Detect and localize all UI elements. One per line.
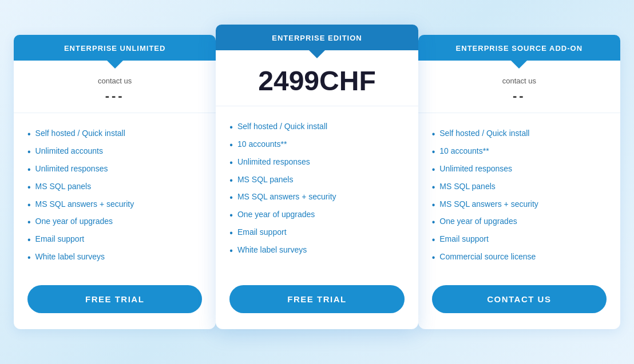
feature-item-enterprise-edition-5: One year of upgrades bbox=[229, 207, 404, 225]
feature-item-enterprise-edition-6: Email support bbox=[229, 225, 404, 242]
feature-item-enterprise-edition-0: Self hosted / Quick install bbox=[229, 119, 404, 137]
feature-item-enterprise-unlimited-0: Self hosted / Quick install bbox=[27, 126, 202, 143]
price-area-enterprise-edition: 2499CHF bbox=[216, 50, 418, 106]
header-enterprise-unlimited: ENTERPRISE UNLIMITED bbox=[14, 35, 216, 61]
feature-item-enterprise-edition-7: White label surveys bbox=[229, 242, 404, 260]
feature-item-enterprise-source-addon-2: Unlimited responses bbox=[432, 161, 607, 179]
feature-item-enterprise-edition-4: MS SQL answers + security bbox=[229, 189, 404, 207]
card-enterprise-edition: ENTERPRISE EDITION2499CHFSelf hosted / Q… bbox=[216, 25, 418, 329]
feature-item-enterprise-source-addon-1: 10 accounts** bbox=[432, 143, 607, 161]
feature-item-enterprise-unlimited-7: White label surveys bbox=[27, 249, 202, 267]
header-enterprise-edition: ENTERPRISE EDITION bbox=[216, 25, 418, 50]
cta-button-enterprise-edition[interactable]: FREE TRIAL bbox=[229, 285, 404, 313]
price-dashes-enterprise-source-addon: -- bbox=[432, 89, 607, 103]
card-enterprise-source-addon: ENTERPRISE SOURCE ADD-ONcontact us--Self… bbox=[418, 35, 620, 329]
feature-item-enterprise-unlimited-3: MS SQL panels bbox=[27, 179, 202, 197]
card-enterprise-unlimited: ENTERPRISE UNLIMITEDcontact us---Self ho… bbox=[14, 35, 216, 329]
feature-item-enterprise-source-addon-4: MS SQL answers + security bbox=[432, 197, 607, 214]
cta-button-enterprise-unlimited[interactable]: FREE TRIAL bbox=[27, 285, 202, 313]
feature-item-enterprise-edition-3: MS SQL panels bbox=[229, 172, 404, 190]
feature-item-enterprise-source-addon-6: Email support bbox=[432, 231, 607, 249]
feature-item-enterprise-source-addon-0: Self hosted / Quick install bbox=[432, 126, 607, 143]
pricing-container: ENTERPRISE UNLIMITEDcontact us---Self ho… bbox=[14, 35, 620, 329]
feature-item-enterprise-edition-2: Unlimited responses bbox=[229, 154, 404, 172]
cta-button-enterprise-source-addon[interactable]: CONTACT US bbox=[432, 285, 607, 313]
price-value-enterprise-edition: 2499CHF bbox=[229, 66, 404, 97]
features-enterprise-source-addon: Self hosted / Quick install10 accounts**… bbox=[418, 113, 620, 275]
feature-item-enterprise-edition-1: 10 accounts** bbox=[229, 137, 404, 154]
features-enterprise-edition: Self hosted / Quick install10 accounts**… bbox=[216, 106, 418, 276]
price-dashes-enterprise-unlimited: --- bbox=[27, 89, 202, 103]
feature-item-enterprise-unlimited-6: Email support bbox=[27, 231, 202, 249]
feature-item-enterprise-unlimited-1: Unlimited accounts bbox=[27, 143, 202, 161]
features-enterprise-unlimited: Self hosted / Quick installUnlimited acc… bbox=[14, 113, 216, 275]
price-contact-label-enterprise-unlimited: contact us bbox=[27, 77, 202, 85]
feature-item-enterprise-source-addon-7: Commercial source license bbox=[432, 249, 607, 267]
feature-item-enterprise-source-addon-3: MS SQL panels bbox=[432, 179, 607, 197]
feature-item-enterprise-source-addon-5: One year of upgrades bbox=[432, 214, 607, 231]
feature-item-enterprise-unlimited-4: MS SQL answers + security bbox=[27, 197, 202, 214]
feature-item-enterprise-unlimited-2: Unlimited responses bbox=[27, 161, 202, 179]
feature-item-enterprise-unlimited-5: One year of upgrades bbox=[27, 214, 202, 231]
price-contact-label-enterprise-source-addon: contact us bbox=[432, 77, 607, 85]
cta-area-enterprise-unlimited: FREE TRIAL bbox=[14, 276, 216, 329]
cta-area-enterprise-edition: FREE TRIAL bbox=[216, 276, 418, 329]
cta-area-enterprise-source-addon: CONTACT US bbox=[418, 276, 620, 329]
header-enterprise-source-addon: ENTERPRISE SOURCE ADD-ON bbox=[418, 35, 620, 61]
